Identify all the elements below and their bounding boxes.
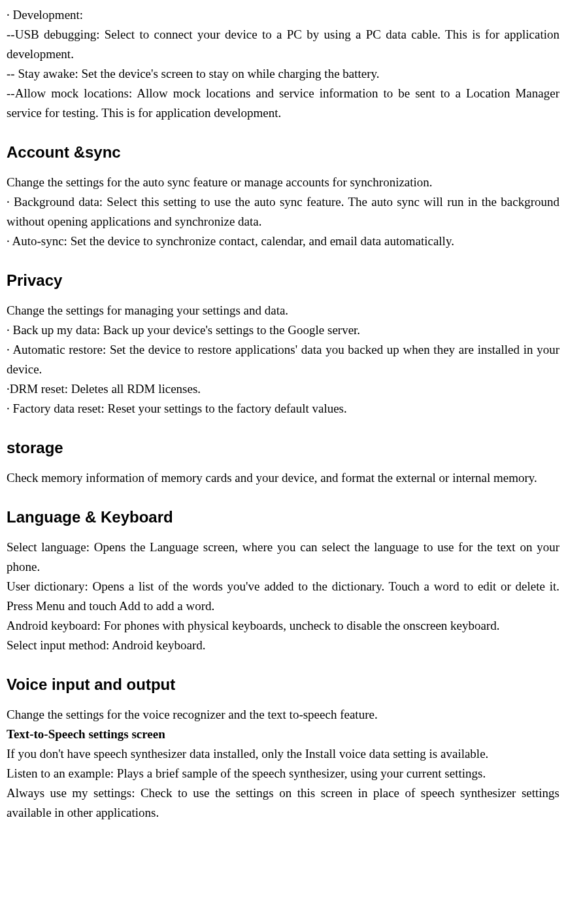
auto-sync-text: · Auto-sync: Set the device to synchroni… bbox=[7, 231, 559, 251]
privacy-heading: Privacy bbox=[7, 268, 559, 293]
listen-example-text: Listen to an example: Plays a brief samp… bbox=[7, 764, 559, 783]
always-use-settings-text: Always use my settings: Check to use the… bbox=[7, 783, 559, 823]
tts-settings-heading: Text-to-Speech settings screen bbox=[7, 725, 559, 744]
select-language-text: Select language: Opens the Language scre… bbox=[7, 538, 559, 577]
allow-mock-locations-text: --Allow mock locations: Allow mock locat… bbox=[7, 84, 559, 123]
android-keyboard-text: Android keyboard: For phones with physic… bbox=[7, 616, 559, 636]
select-input-method-text: Select input method: Android keyboard. bbox=[7, 636, 559, 655]
account-sync-intro: Change the settings for the auto sync fe… bbox=[7, 173, 559, 192]
automatic-restore-text: · Automatic restore: Set the device to r… bbox=[7, 340, 559, 379]
voice-heading: Voice input and output bbox=[7, 672, 559, 697]
development-title: · Development: bbox=[7, 5, 559, 25]
usb-debugging-text: --USB debugging: Select to connect your … bbox=[7, 25, 559, 64]
privacy-intro: Change the settings for managing your se… bbox=[7, 301, 559, 320]
storage-intro: Check memory information of memory cards… bbox=[7, 468, 559, 488]
backup-my-data-text: · Back up my data: Back up your device's… bbox=[7, 320, 559, 340]
account-sync-heading: Account &sync bbox=[7, 140, 559, 165]
voice-intro: Change the settings for the voice recogn… bbox=[7, 705, 559, 725]
user-dictionary-text: User dictionary: Opens a list of the wor… bbox=[7, 577, 559, 616]
background-data-text: · Background data: Select this setting t… bbox=[7, 192, 559, 231]
drm-reset-text: ·DRM reset: Deletes all RDM licenses. bbox=[7, 379, 559, 399]
voice-no-data-text: If you don't have speech synthesizer dat… bbox=[7, 744, 559, 764]
factory-reset-text: · Factory data reset: Reset your setting… bbox=[7, 399, 559, 419]
stay-awake-text: -- Stay awake: Set the device's screen t… bbox=[7, 64, 559, 84]
storage-heading: storage bbox=[7, 436, 559, 460]
language-keyboard-heading: Language & Keyboard bbox=[7, 505, 559, 530]
